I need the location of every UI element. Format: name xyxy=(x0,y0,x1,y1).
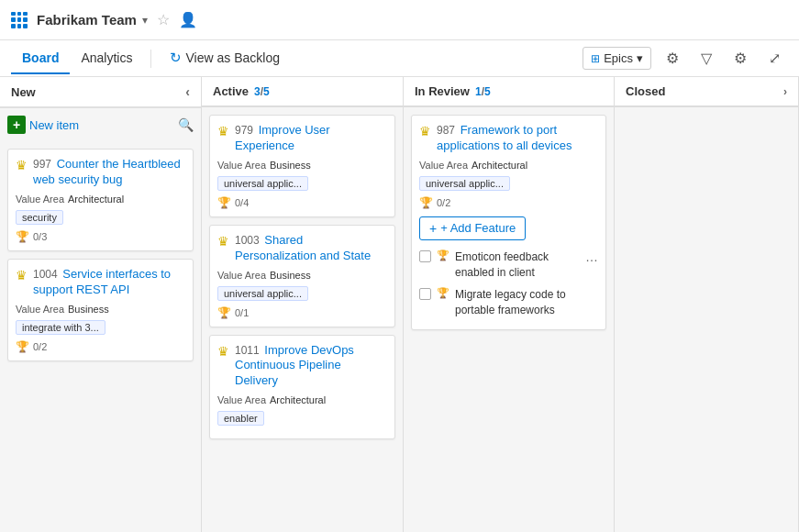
favorite-star-icon[interactable]: ☆ xyxy=(157,11,170,28)
add-feature-area: + + Add Feature 🏆 Emoticon feedback enab… xyxy=(419,216,598,322)
logo-area: Fabrikam Team ▾ ☆ 👤 xyxy=(11,11,197,28)
trophy-icon-1003: 🏆 xyxy=(217,306,231,319)
card-1003-title-row: ♛ 1003 Shared Personalization and State xyxy=(217,233,387,264)
backlog-cycle-icon: ↻ xyxy=(170,50,182,66)
col-new-title: New xyxy=(11,85,36,99)
card-979-meta: Value Area Business xyxy=(217,160,387,171)
card-1011-tag[interactable]: enabler xyxy=(217,411,264,426)
col-new-collapse-icon[interactable]: ‹ xyxy=(185,84,190,99)
column-active-header: Active 3/5 xyxy=(202,77,403,107)
add-feature-plus-icon: + xyxy=(429,221,437,236)
team-name[interactable]: Fabrikam Team xyxy=(37,12,137,28)
card-1003: ♛ 1003 Shared Personalization and State … xyxy=(209,225,395,327)
card-997-title[interactable]: Counter the Heartbleed web security bug xyxy=(33,157,181,186)
nav-divider xyxy=(150,50,151,68)
card-1003-tag[interactable]: universal applic... xyxy=(217,286,308,301)
fullscreen-icon[interactable]: ⤢ xyxy=(761,46,788,71)
feature-item-0: 🏆 Emoticon feedback enabled in client … xyxy=(419,246,598,284)
feature-trophy-icon-0: 🏆 xyxy=(437,249,449,261)
card-1004: ♛ 1004 Service interfaces to support RES… xyxy=(7,259,194,361)
col-closed-title: Closed xyxy=(626,84,665,98)
trophy-icon-987: 🏆 xyxy=(419,196,433,209)
board: New ‹ + New item 🔍 ♛ 997 Counter the Hea… xyxy=(0,77,799,532)
new-item-button[interactable]: + New item xyxy=(7,116,79,134)
card-987-meta: Value Area Architectural xyxy=(419,160,598,171)
feature-text-1: Migrate legacy code to portable framewor… xyxy=(455,287,598,318)
card-997-title-row: ♛ 997 Counter the Heartbleed web securit… xyxy=(16,157,185,188)
header: Fabrikam Team ▾ ☆ 👤 xyxy=(0,0,799,40)
column-new: New ‹ + New item 🔍 ♛ 997 Counter the Hea… xyxy=(0,77,202,532)
trophy-icon-1004: 🏆 xyxy=(16,340,29,353)
column-options-icon[interactable]: ⚙ xyxy=(727,46,754,71)
card-1011-title-row: ♛ 1011 Improve DevOps Continuous Pipelin… xyxy=(217,343,387,390)
card-979-tag[interactable]: universal applic... xyxy=(217,176,308,191)
epics-dropdown-btn[interactable]: ⊞ Epics ▾ xyxy=(583,47,651,70)
trophy-icon-979: 🏆 xyxy=(217,196,231,209)
feature-text-0: Emoticon feedback enabled in client xyxy=(455,249,580,281)
col-in-review-count: 1/5 xyxy=(475,85,491,98)
card-979-title-row: ♛ 979 Improve User Experience xyxy=(217,123,387,154)
crown-icon-987: ♛ xyxy=(419,124,431,139)
view-as-backlog-btn[interactable]: ↻ View as Backlog xyxy=(159,42,290,75)
crown-icon-1011: ♛ xyxy=(217,344,229,359)
card-979: ♛ 979 Improve User Experience Value Area… xyxy=(209,115,395,217)
feature-menu-icon-0[interactable]: … xyxy=(585,249,598,264)
card-987-title[interactable]: Framework to port applications to all de… xyxy=(437,123,572,152)
nav-bar: Board Analytics ↻ View as Backlog ⊞ Epic… xyxy=(0,40,799,77)
filter-icon[interactable]: ▽ xyxy=(694,46,719,71)
plus-square-icon: + xyxy=(7,116,26,134)
team-members-icon[interactable]: 👤 xyxy=(179,11,197,28)
card-1003-meta: Value Area Business xyxy=(217,270,387,281)
epics-chevron-icon: ▾ xyxy=(637,51,643,65)
col-closed-label: Closed xyxy=(626,84,665,98)
card-979-footer: 🏆 0/4 xyxy=(217,196,387,209)
column-in-review: In Review 1/5 ♛ 987 Framework to port ap… xyxy=(404,77,615,532)
card-1011-meta: Value Area Architectural xyxy=(217,394,387,405)
card-997-tag[interactable]: security xyxy=(16,210,63,225)
column-closed: Closed › xyxy=(615,77,799,532)
col-in-review-label: In Review xyxy=(415,84,470,98)
card-1011: ♛ 1011 Improve DevOps Continuous Pipelin… xyxy=(209,335,395,440)
feature-item-1: 🏆 Migrate legacy code to portable framew… xyxy=(419,283,598,322)
search-icon[interactable]: 🔍 xyxy=(178,117,194,132)
column-active: Active 3/5 ♛ 979 Improve User Experience… xyxy=(202,77,404,532)
analytics-tab[interactable]: Analytics xyxy=(70,43,143,74)
card-987-tag[interactable]: universal applic... xyxy=(419,176,510,191)
add-feature-button[interactable]: + + Add Feature xyxy=(419,216,526,240)
board-tab[interactable]: Board xyxy=(11,43,70,74)
app-logo-icon xyxy=(11,12,28,28)
nav-right-actions: ⊞ Epics ▾ ⚙ ▽ ⚙ ⤢ xyxy=(583,46,788,71)
card-1004-title-row: ♛ 1004 Service interfaces to support RES… xyxy=(16,267,185,298)
column-closed-header: Closed › xyxy=(615,77,798,107)
card-1004-tag[interactable]: integrate with 3... xyxy=(16,320,105,335)
card-987: ♛ 987 Framework to port applications to … xyxy=(411,115,606,330)
crown-icon-1003: ♛ xyxy=(217,234,229,249)
column-new-header: New ‹ xyxy=(0,77,201,108)
new-item-bar: + New item 🔍 xyxy=(7,116,194,134)
column-in-review-body: ♛ 987 Framework to port applications to … xyxy=(404,107,614,532)
card-987-title-row: ♛ 987 Framework to port applications to … xyxy=(419,123,598,154)
col-active-label: Active xyxy=(213,84,249,98)
col-in-review-title: In Review 1/5 xyxy=(415,84,491,98)
column-closed-body xyxy=(615,107,798,532)
feature-checkbox-1[interactable] xyxy=(419,288,431,300)
settings-sliders-icon[interactable]: ⚙ xyxy=(659,46,686,71)
column-in-review-header: In Review 1/5 xyxy=(404,77,614,107)
crown-icon-997: ♛ xyxy=(16,158,28,172)
feature-trophy-icon-1: 🏆 xyxy=(437,287,449,299)
feature-checkbox-0[interactable] xyxy=(419,250,431,262)
crown-icon-1004: ♛ xyxy=(16,268,28,283)
trophy-icon-997: 🏆 xyxy=(16,230,29,243)
crown-icon-979: ♛ xyxy=(217,124,229,139)
epics-grid-icon: ⊞ xyxy=(591,52,600,65)
card-1003-footer: 🏆 0/1 xyxy=(217,306,387,319)
card-997: ♛ 997 Counter the Heartbleed web securit… xyxy=(7,149,194,251)
column-new-body: + New item 🔍 ♛ 997 Counter the Heartblee… xyxy=(0,108,201,532)
col-new-label: New xyxy=(11,85,36,99)
col-active-count: 3/5 xyxy=(254,85,270,98)
col-active-title: Active 3/5 xyxy=(213,84,270,98)
team-dropdown-icon[interactable]: ▾ xyxy=(142,14,148,27)
card-1004-meta: Value Area Business xyxy=(16,304,185,315)
col-closed-expand-icon[interactable]: › xyxy=(783,85,787,98)
card-1004-footer: 🏆 0/2 xyxy=(16,340,185,353)
